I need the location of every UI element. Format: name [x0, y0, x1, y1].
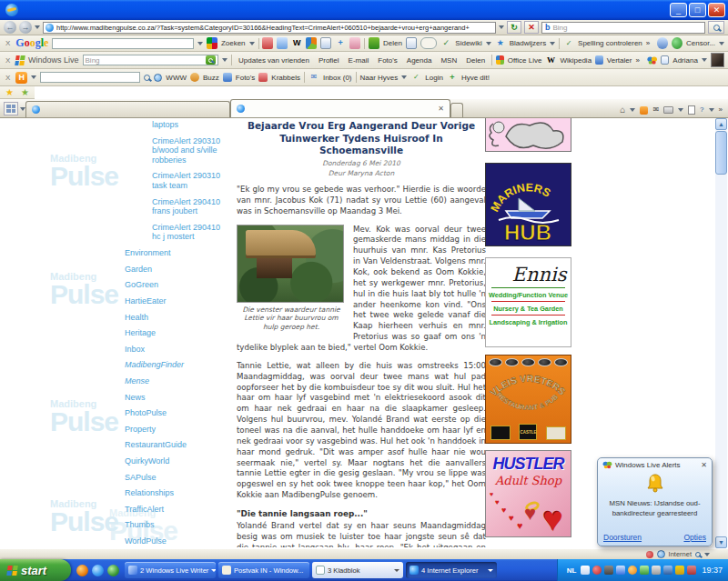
- censor-button[interactable]: Censor...: [686, 39, 715, 47]
- live-toolbar-close-button[interactable]: X: [4, 56, 12, 65]
- delen-button[interactable]: Delen: [383, 39, 402, 47]
- print-caret-icon[interactable]: [678, 108, 683, 112]
- tray-calendar-icon[interactable]: [675, 566, 684, 575]
- alert-options-link[interactable]: Opties: [683, 533, 706, 542]
- hyves-search-input[interactable]: [40, 72, 140, 83]
- tray-network-icon[interactable]: [663, 566, 672, 575]
- sidebar-item-sapulse[interactable]: SAPulse: [125, 473, 227, 483]
- censor-caret-icon[interactable]: [719, 42, 724, 45]
- feeds-icon[interactable]: [640, 106, 648, 115]
- hyves-www-button[interactable]: WWW: [166, 74, 187, 82]
- sidebar-item-environment[interactable]: Environment: [125, 248, 227, 258]
- sidebar-item-health[interactable]: Health: [125, 313, 227, 323]
- user-menu-button[interactable]: Adriana: [672, 56, 698, 65]
- scroll-down-button[interactable]: ▼: [715, 536, 727, 548]
- sidebar-item-restaurantguide[interactable]: RestaurantGuide: [125, 440, 227, 450]
- hyves-fotos-button[interactable]: Foto's: [236, 74, 256, 82]
- maximize-button[interactable]: □: [689, 3, 706, 17]
- live-search-caret-icon[interactable]: [222, 58, 228, 62]
- scroll-up-button[interactable]: ▲: [715, 118, 727, 130]
- help-caret-icon[interactable]: [709, 108, 714, 112]
- user-caret-icon[interactable]: [702, 58, 707, 62]
- zoeken-button[interactable]: Zoeken: [221, 39, 246, 47]
- bladwijzers-caret-icon[interactable]: [550, 42, 555, 45]
- page-scrollbar[interactable]: ▲ ▼: [715, 118, 727, 548]
- back-button[interactable]: ←: [4, 21, 16, 34]
- live-search-go-button[interactable]: [206, 55, 216, 65]
- ennis-ad[interactable]: Ennis Wedding/Function Venue Nursery & T…: [485, 257, 571, 347]
- live-link-delen[interactable]: Delen: [463, 56, 488, 65]
- home-icon[interactable]: ⌂: [620, 105, 625, 115]
- quick-launch-firefox-icon[interactable]: [76, 565, 88, 576]
- live-link-profiel[interactable]: Profiel: [316, 56, 342, 65]
- tray-update-icon[interactable]: [628, 566, 637, 575]
- vleis-vreters-ad[interactable]: VLEIS VRETERS RESTAURANT & PUB CASTLE: [485, 355, 571, 444]
- office-live-button[interactable]: Office Live: [508, 56, 542, 65]
- zoom-caret-icon[interactable]: [704, 553, 710, 556]
- start-button[interactable]: start: [0, 559, 71, 581]
- tab-background[interactable]: [25, 101, 230, 117]
- palette-icon[interactable]: [306, 37, 317, 49]
- alert-close-button[interactable]: ✕: [701, 461, 707, 469]
- search-button[interactable]: [708, 21, 724, 34]
- page-menu-icon[interactable]: [688, 105, 695, 115]
- sidebar-item-crimealert-3[interactable]: CrimeAlert 290410 frans joubert: [152, 197, 227, 216]
- sidebar-item-crimealert-4[interactable]: CrimeAlert 290410 hc j mostert: [152, 223, 227, 242]
- google-search-caret-icon[interactable]: [197, 42, 203, 45]
- sidebar-item-gogreen[interactable]: GoGreen: [125, 280, 227, 290]
- sidebar-item-crimealert-1[interactable]: CrimeAlert 290310 b/wood and s/ville rob…: [152, 136, 227, 165]
- hyves-logo[interactable]: H: [15, 72, 27, 84]
- sidebar-item-relationships[interactable]: Relationships: [125, 488, 227, 498]
- tab-active[interactable]: ✕: [230, 99, 450, 117]
- pagerank-icon[interactable]: [262, 37, 273, 49]
- quick-launch-ie-icon[interactable]: [92, 565, 104, 576]
- bing-search-input[interactable]: b Bing: [541, 22, 705, 34]
- google-toolbar-close-button[interactable]: X: [4, 39, 12, 47]
- sidebar-item-laptops[interactable]: laptops: [152, 120, 227, 130]
- quick-launch-messenger-icon[interactable]: [107, 565, 119, 576]
- taskbar-button-kladblok[interactable]: 3 Kladblok: [312, 562, 403, 578]
- tab-close-button[interactable]: ✕: [438, 105, 444, 113]
- naar-hyves-caret-icon[interactable]: [401, 75, 407, 79]
- new-tab-button[interactable]: [450, 103, 463, 117]
- vertaler-button[interactable]: Vertaler: [607, 56, 632, 65]
- tray-shield-icon[interactable]: [640, 566, 649, 575]
- sidebar-item-hartieeater[interactable]: HartieEater: [125, 296, 227, 306]
- home-caret-icon[interactable]: [630, 108, 635, 112]
- stop-button[interactable]: ✕: [524, 21, 539, 34]
- live-link-fotos[interactable]: Foto's: [375, 56, 400, 65]
- address-dropdown-caret-icon[interactable]: [499, 25, 504, 29]
- tray-search-dog-icon[interactable]: [604, 566, 613, 575]
- scroll-thumb[interactable]: [715, 131, 727, 175]
- sidebar-item-garden[interactable]: Garden: [125, 265, 227, 275]
- tray-antivirus-icon[interactable]: [592, 566, 602, 575]
- favorites-star-icon[interactable]: ★: [5, 88, 14, 97]
- forward-button[interactable]: →: [19, 21, 32, 34]
- sidebar-item-mense[interactable]: Mense: [125, 376, 227, 386]
- calendar-icon[interactable]: [661, 55, 669, 65]
- sidebar-item-quirkyworld[interactable]: QuirkyWorld: [125, 456, 227, 466]
- sidebar-item-inbox[interactable]: Inbox: [125, 345, 227, 355]
- tabbar-overflow-chevron[interactable]: »: [719, 106, 723, 114]
- alert-forward-link[interactable]: Doorsturen: [603, 533, 642, 542]
- hyves-toolbar-close-button[interactable]: X: [4, 74, 12, 82]
- google-search-input[interactable]: [52, 38, 194, 49]
- hyves-krabbels-button[interactable]: Krabbels: [271, 74, 300, 82]
- hyve-dit-button[interactable]: Hyve dit!: [461, 74, 490, 82]
- sidebar-item-thumbs[interactable]: Thumbs: [125, 520, 227, 530]
- sidebar-item-heritage[interactable]: Heritage: [125, 328, 227, 338]
- close-button[interactable]: ✕: [708, 3, 725, 17]
- spellcheck-button[interactable]: Spelling controleren: [578, 39, 642, 47]
- zoom-icon[interactable]: [695, 552, 701, 557]
- sidebar-item-crimealert-2[interactable]: CrimeAlert 290310 task team: [152, 171, 227, 190]
- zoeken-caret-icon[interactable]: [249, 42, 255, 45]
- sidewiki-button[interactable]: Sidewiki: [455, 39, 481, 47]
- live-search-input[interactable]: Bing: [83, 55, 219, 65]
- translate-icon[interactable]: [277, 37, 288, 49]
- user-avatar[interactable]: [711, 53, 724, 67]
- toolbar-overflow-chevron[interactable]: »: [646, 39, 650, 47]
- tray-messenger-icon[interactable]: [616, 566, 625, 575]
- taskbar-button-postvak[interactable]: Postvak IN - Window...: [218, 562, 309, 578]
- custom-button[interactable]: [420, 37, 437, 49]
- bladwijzers-button[interactable]: Bladwijzers: [510, 39, 546, 47]
